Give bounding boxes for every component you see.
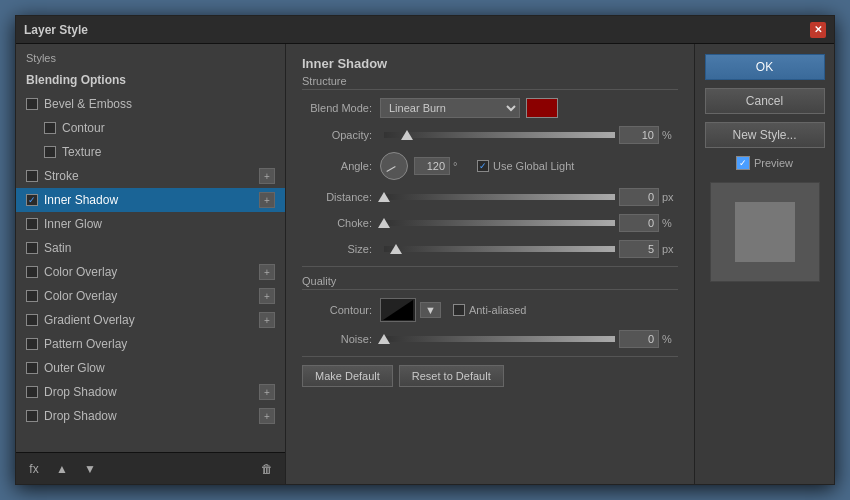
label-pattern-overlay: Pattern Overlay bbox=[44, 337, 127, 351]
plus-btn-inner-shadow[interactable]: + bbox=[259, 192, 275, 208]
size-input[interactable] bbox=[619, 240, 659, 258]
plus-btn-gradient-overlay[interactable]: + bbox=[259, 312, 275, 328]
ok-button[interactable]: OK bbox=[705, 54, 825, 80]
checkbox-pattern-overlay[interactable] bbox=[26, 338, 38, 350]
checkbox-drop-shadow-2[interactable] bbox=[26, 410, 38, 422]
quality-section: Quality bbox=[302, 275, 678, 290]
distance-slider-thumb[interactable] bbox=[378, 192, 390, 202]
choke-label: Choke: bbox=[302, 217, 372, 229]
sidebar-item-blending-options[interactable]: Blending Options bbox=[16, 68, 285, 92]
noise-input[interactable] bbox=[619, 330, 659, 348]
sidebar-item-inner-shadow[interactable]: Inner Shadow+ bbox=[16, 188, 285, 212]
choke-slider-track[interactable] bbox=[384, 220, 615, 226]
preview-checkbox[interactable]: ✓ bbox=[736, 156, 750, 170]
new-style-button[interactable]: New Style... bbox=[705, 122, 825, 148]
sidebar-item-bevel-emboss[interactable]: Bevel & Emboss bbox=[16, 92, 285, 116]
anti-aliased-field[interactable]: Anti-aliased bbox=[453, 304, 526, 316]
plus-btn-color-overlay-2[interactable]: + bbox=[259, 288, 275, 304]
reset-to-default-button[interactable]: Reset to Default bbox=[399, 365, 504, 387]
contour-dropdown-btn[interactable]: ▼ bbox=[420, 302, 441, 318]
make-default-button[interactable]: Make Default bbox=[302, 365, 393, 387]
layer-style-dialog: Layer Style ✕ Styles Blending OptionsBev… bbox=[15, 15, 835, 485]
checkbox-stroke[interactable] bbox=[26, 170, 38, 182]
label-inner-glow: Inner Glow bbox=[44, 217, 102, 231]
checkbox-drop-shadow-1[interactable] bbox=[26, 386, 38, 398]
label-color-overlay-2: Color Overlay bbox=[44, 289, 117, 303]
anti-aliased-checkbox[interactable] bbox=[453, 304, 465, 316]
preview-checkbox-field[interactable]: ✓ Preview bbox=[736, 156, 793, 170]
checkbox-inner-shadow[interactable] bbox=[26, 194, 38, 206]
sidebar-item-drop-shadow-2[interactable]: Drop Shadow+ bbox=[16, 404, 285, 428]
cancel-button[interactable]: Cancel bbox=[705, 88, 825, 114]
checkbox-color-overlay-2[interactable] bbox=[26, 290, 38, 302]
checkbox-satin[interactable] bbox=[26, 242, 38, 254]
use-global-light-checkbox[interactable] bbox=[477, 160, 489, 172]
opacity-slider-track[interactable] bbox=[384, 132, 615, 138]
angle-label: Angle: bbox=[302, 160, 372, 172]
label-contour: Contour bbox=[62, 121, 105, 135]
sidebar-item-color-overlay-2[interactable]: Color Overlay+ bbox=[16, 284, 285, 308]
sidebar-item-pattern-overlay[interactable]: Pattern Overlay bbox=[16, 332, 285, 356]
checkbox-contour[interactable] bbox=[44, 122, 56, 134]
label-drop-shadow-2: Drop Shadow bbox=[44, 409, 117, 423]
sidebar-item-stroke[interactable]: Stroke+ bbox=[16, 164, 285, 188]
opacity-input[interactable]: 10 bbox=[619, 126, 659, 144]
dial-hand bbox=[386, 166, 395, 172]
choke-slider-thumb[interactable] bbox=[378, 218, 390, 228]
close-button[interactable]: ✕ bbox=[810, 22, 826, 38]
checkbox-texture[interactable] bbox=[44, 146, 56, 158]
blend-mode-select[interactable]: Linear Burn Normal Multiply bbox=[380, 98, 520, 118]
sidebar-header: Styles bbox=[16, 44, 285, 68]
fx-icon[interactable]: fx bbox=[24, 459, 44, 479]
sidebar-item-texture[interactable]: Texture bbox=[16, 140, 285, 164]
choke-slider-container bbox=[380, 220, 619, 226]
size-slider-track[interactable] bbox=[384, 246, 615, 252]
opacity-slider-container bbox=[380, 132, 619, 138]
plus-btn-drop-shadow-1[interactable]: + bbox=[259, 384, 275, 400]
opacity-label: Opacity: bbox=[302, 129, 372, 141]
distance-slider-track[interactable] bbox=[384, 194, 615, 200]
plus-btn-stroke[interactable]: + bbox=[259, 168, 275, 184]
sidebar-item-outer-glow[interactable]: Outer Glow bbox=[16, 356, 285, 380]
distance-label: Distance: bbox=[302, 191, 372, 203]
structure-section: Structure bbox=[302, 75, 678, 90]
contour-row: Contour: ▼ Anti-aliased bbox=[302, 298, 678, 322]
choke-input[interactable] bbox=[619, 214, 659, 232]
move-down-icon[interactable]: ▼ bbox=[80, 459, 100, 479]
anti-aliased-label: Anti-aliased bbox=[469, 304, 526, 316]
title-bar: Layer Style ✕ bbox=[16, 16, 834, 44]
use-global-light-field[interactable]: Use Global Light bbox=[477, 160, 574, 172]
sidebar-item-contour[interactable]: Contour bbox=[16, 116, 285, 140]
sidebar-item-satin[interactable]: Satin bbox=[16, 236, 285, 260]
checkbox-outer-glow[interactable] bbox=[26, 362, 38, 374]
noise-slider-track[interactable] bbox=[384, 336, 615, 342]
delete-icon[interactable]: 🗑 bbox=[257, 459, 277, 479]
angle-input[interactable] bbox=[414, 157, 450, 175]
noise-row: Noise: % bbox=[302, 330, 678, 348]
checkbox-inner-glow[interactable] bbox=[26, 218, 38, 230]
opacity-slider-thumb[interactable] bbox=[401, 130, 413, 140]
checkbox-gradient-overlay[interactable] bbox=[26, 314, 38, 326]
sidebar-item-drop-shadow-1[interactable]: Drop Shadow+ bbox=[16, 380, 285, 404]
size-label: Size: bbox=[302, 243, 372, 255]
sidebar-item-inner-glow[interactable]: Inner Glow bbox=[16, 212, 285, 236]
angle-dial[interactable] bbox=[380, 152, 408, 180]
contour-preview[interactable] bbox=[380, 298, 416, 322]
checkbox-bevel-emboss[interactable] bbox=[26, 98, 38, 110]
sidebar-item-gradient-overlay[interactable]: Gradient Overlay+ bbox=[16, 308, 285, 332]
preview-box bbox=[710, 182, 820, 282]
plus-btn-drop-shadow-2[interactable]: + bbox=[259, 408, 275, 424]
label-gradient-overlay: Gradient Overlay bbox=[44, 313, 135, 327]
label-satin: Satin bbox=[44, 241, 71, 255]
dialog-title: Layer Style bbox=[24, 23, 88, 37]
checkbox-color-overlay-1[interactable] bbox=[26, 266, 38, 278]
move-up-icon[interactable]: ▲ bbox=[52, 459, 72, 479]
plus-btn-color-overlay-1[interactable]: + bbox=[259, 264, 275, 280]
color-swatch[interactable] bbox=[526, 98, 558, 118]
preview-inner bbox=[735, 202, 795, 262]
distance-input[interactable] bbox=[619, 188, 659, 206]
sidebar-footer: fx ▲ ▼ 🗑 bbox=[16, 452, 285, 484]
sidebar-item-color-overlay-1[interactable]: Color Overlay+ bbox=[16, 260, 285, 284]
size-slider-thumb[interactable] bbox=[390, 244, 402, 254]
noise-slider-thumb[interactable] bbox=[378, 334, 390, 344]
